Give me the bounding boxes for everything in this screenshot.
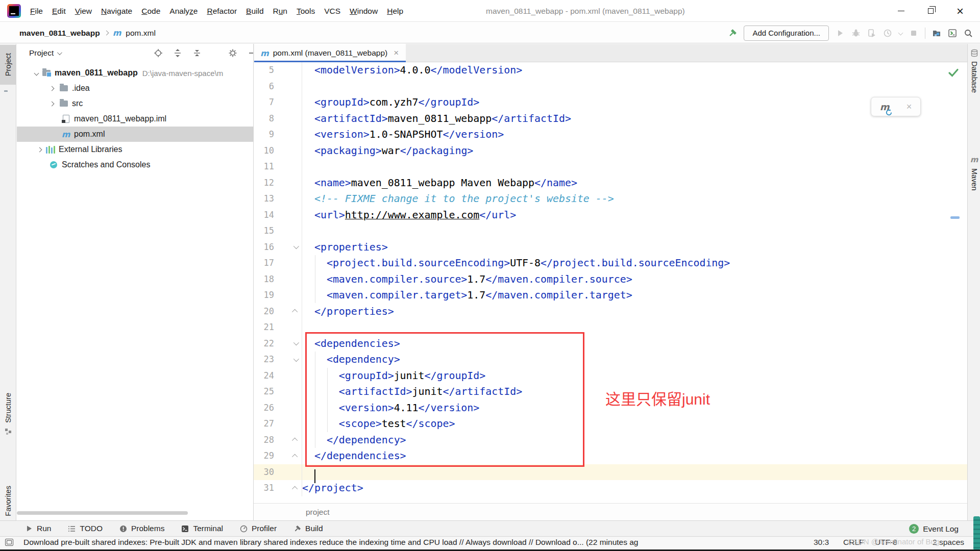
tree-row-src[interactable]: src <box>17 96 253 111</box>
menu-run[interactable]: Run <box>268 5 292 18</box>
locate-file-icon[interactable] <box>154 48 163 58</box>
code-line-20[interactable]: 20 </properties> <box>254 304 967 320</box>
tree-row-scratches[interactable]: Scratches and Consoles <box>17 157 253 172</box>
toolwindow-run[interactable]: Run <box>26 524 51 533</box>
restore-button[interactable] <box>916 0 945 22</box>
tree-row-iml[interactable]: maven_0811_webapp.iml <box>17 111 253 127</box>
menu-navigate[interactable]: Navigate <box>96 5 137 18</box>
minimize-button[interactable] <box>886 0 916 22</box>
menu-tools[interactable]: Tools <box>292 5 320 18</box>
code-line-19[interactable]: 19 <maven.compiler.target>1.7</maven.com… <box>254 287 967 304</box>
code-line-31[interactable]: 31</project> <box>254 480 967 496</box>
code-line-17[interactable]: 17 <project.build.sourceEncoding>UTF-8</… <box>254 255 967 271</box>
fold-down-icon[interactable] <box>293 356 299 362</box>
tool-stripe-project-tab[interactable]: Project <box>0 45 16 85</box>
code-line-9[interactable]: 9 <version>1.0-SNAPSHOT</version> <box>254 127 967 143</box>
fold-up-icon[interactable] <box>292 309 298 315</box>
gear-icon[interactable] <box>228 48 237 58</box>
menu-vcs[interactable]: VCS <box>320 5 345 18</box>
menu-window[interactable]: Window <box>345 5 382 18</box>
status-message[interactable]: Download pre-built shared indexes: Pre-b… <box>23 538 799 547</box>
coverage-icon[interactable] <box>867 29 876 38</box>
menu-analyze[interactable]: Analyze <box>165 5 202 18</box>
fold-up-icon[interactable] <box>292 486 298 492</box>
code-line-10[interactable]: 10 <packaging>war</packaging> <box>254 143 967 159</box>
tree-row-root[interactable]: maven_0811_webapp D:\java-maven-space\m <box>17 65 253 81</box>
menu-view[interactable]: View <box>70 5 96 18</box>
add-configuration-button[interactable]: Add Configuration... <box>744 26 829 41</box>
code-line-16[interactable]: 16 <properties> <box>254 239 967 256</box>
collapse-all-icon[interactable] <box>192 48 202 58</box>
tool-stripe-maven-tab[interactable]: m Maven <box>968 155 980 191</box>
breadcrumb-project[interactable]: maven_0811_webapp <box>19 29 100 38</box>
run-icon[interactable] <box>836 29 845 38</box>
fold-up-icon[interactable] <box>292 454 298 460</box>
build-hammer-icon[interactable] <box>728 29 737 38</box>
inspections-ok-icon[interactable] <box>947 66 960 79</box>
gutter[interactable] <box>274 352 302 368</box>
gutter[interactable] <box>274 304 302 320</box>
code-line-5[interactable]: 5 <modelVersion>4.0.0</modelVersion> <box>254 62 967 79</box>
tree-row-external-libraries[interactable]: External Libraries <box>17 142 253 157</box>
toolwindow-build[interactable]: Build <box>293 524 323 533</box>
toolwindow-problems[interactable]: Problems <box>119 524 164 533</box>
code-line-7[interactable]: 7 <groupId>com.yzh7</groupId> <box>254 94 967 111</box>
fold-down-icon[interactable] <box>293 340 299 345</box>
menu-refactor[interactable]: Refactor <box>202 5 241 18</box>
code-line-6[interactable]: 6 <box>254 79 967 95</box>
menu-help[interactable]: Help <box>382 5 408 18</box>
code-line-8[interactable]: 8 <artifactId>maven_0811_webapp</artifac… <box>254 111 967 127</box>
gutter[interactable] <box>274 432 302 448</box>
tool-stripe-structure-tab[interactable]: Structure <box>0 393 16 435</box>
chevron-expanded-icon[interactable] <box>32 69 40 77</box>
event-log-button[interactable]: 2 Event Log <box>909 521 959 537</box>
toolwindow-todo[interactable]: TODO <box>68 524 103 533</box>
gutter[interactable] <box>274 448 302 464</box>
menu-code[interactable]: Code <box>137 5 165 18</box>
code-line-11[interactable]: 11 <box>254 159 967 175</box>
toolwindow-switcher-icon[interactable] <box>5 539 13 546</box>
horizontal-scrollbar[interactable] <box>17 511 188 515</box>
tab-close-icon[interactable]: × <box>394 48 399 58</box>
title-bar: FileEditViewNavigateCodeAnalyzeRefactorB… <box>0 0 980 22</box>
gutter[interactable] <box>274 336 302 352</box>
tree-row-idea[interactable]: .idea <box>17 81 253 96</box>
toolwindow-profiler[interactable]: Profiler <box>240 524 277 533</box>
toolwindow-terminal[interactable]: Terminal <box>181 524 223 533</box>
chevron-down-icon[interactable] <box>898 31 903 36</box>
dismiss-icon[interactable]: × <box>906 102 912 112</box>
profiler-clock-icon[interactable] <box>883 29 892 38</box>
caret-position-widget[interactable]: 30:3 <box>814 538 829 547</box>
breadcrumb-project-tag[interactable]: project <box>306 508 330 517</box>
stop-icon[interactable] <box>909 29 918 38</box>
fold-down-icon[interactable] <box>293 243 299 249</box>
fold-up-icon[interactable] <box>292 438 298 443</box>
code-line-14[interactable]: 14 <url>http://www.example.com</url> <box>254 207 967 223</box>
close-button[interactable]: × <box>945 0 975 22</box>
project-view-selector[interactable]: Project <box>29 48 61 58</box>
chevron-collapsed-icon[interactable] <box>35 145 43 154</box>
code-line-13[interactable]: 13 <!-- FIXME change it to the project's… <box>254 191 967 207</box>
chevron-collapsed-icon[interactable] <box>47 99 56 108</box>
menu-file[interactable]: File <box>26 5 47 18</box>
code-line-18[interactable]: 18 <maven.compiler.source>1.7</maven.com… <box>254 271 967 288</box>
tool-stripe-database-tab[interactable]: Database <box>968 49 980 93</box>
menu-edit[interactable]: Edit <box>47 5 70 18</box>
debug-bug-icon[interactable] <box>851 29 861 38</box>
project-structure-icon[interactable] <box>932 29 941 38</box>
hide-panel-icon[interactable] <box>248 48 254 58</box>
breadcrumb-file[interactable]: pom.xml <box>126 29 156 38</box>
search-icon[interactable] <box>964 29 973 38</box>
expand-all-icon[interactable] <box>173 48 182 58</box>
code-line-12[interactable]: 12 <name>maven_0811_webapp Maven Webapp<… <box>254 175 967 191</box>
tree-row-pom-selected[interactable]: m pom.xml <box>17 127 253 142</box>
run-anything-icon[interactable] <box>948 29 957 38</box>
code-text: </properties> <box>302 304 394 320</box>
chevron-collapsed-icon[interactable] <box>47 84 56 92</box>
gutter[interactable] <box>274 480 302 496</box>
code-line-15[interactable]: 15 <box>254 223 967 239</box>
gutter[interactable] <box>274 239 302 256</box>
menu-build[interactable]: Build <box>241 5 268 18</box>
tab-pom-xml[interactable]: m pom.xml (maven_0811_webapp) × <box>254 44 406 62</box>
scrollbar-mark[interactable] <box>950 216 960 219</box>
